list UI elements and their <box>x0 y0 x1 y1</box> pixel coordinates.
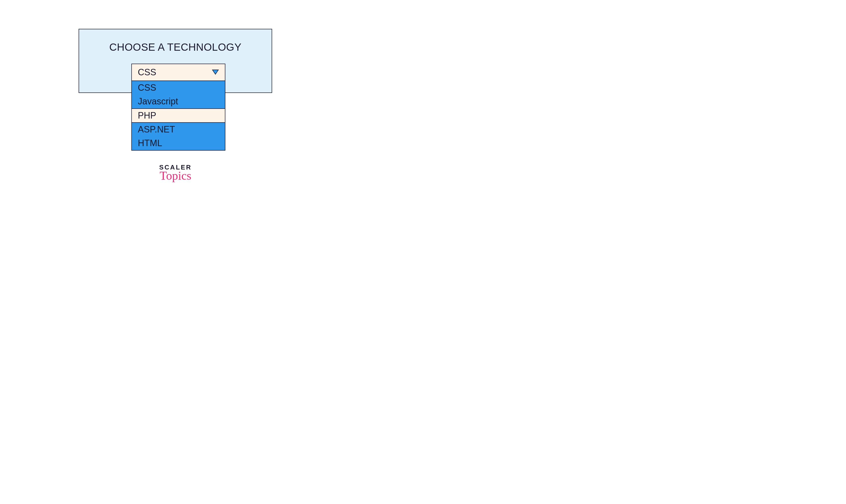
dropdown-option-javascript[interactable]: Javascript <box>132 95 225 108</box>
dropdown-option-asp-net[interactable]: ASP.NET <box>132 123 225 137</box>
svg-marker-0 <box>212 70 219 74</box>
logo-line-2: Topics <box>159 170 192 182</box>
chevron-down-icon <box>212 69 219 75</box>
dropdown-option-php[interactable]: PHP <box>132 108 225 123</box>
dropdown-list: CSSJavascriptPHPASP.NETHTML <box>132 81 225 150</box>
dropdown-selected-label: CSS <box>138 67 156 77</box>
dropdown-option-css[interactable]: CSS <box>132 81 225 95</box>
technology-dropdown[interactable]: CSS CSSJavascriptPHPASP.NETHTML <box>131 64 225 150</box>
scaler-topics-logo: SCALER Topics <box>159 163 192 182</box>
dropdown-selected[interactable]: CSS <box>132 64 225 81</box>
dropdown-option-html[interactable]: HTML <box>132 137 225 150</box>
panel-title: CHOOSE A TECHNOLOGY <box>79 41 272 53</box>
